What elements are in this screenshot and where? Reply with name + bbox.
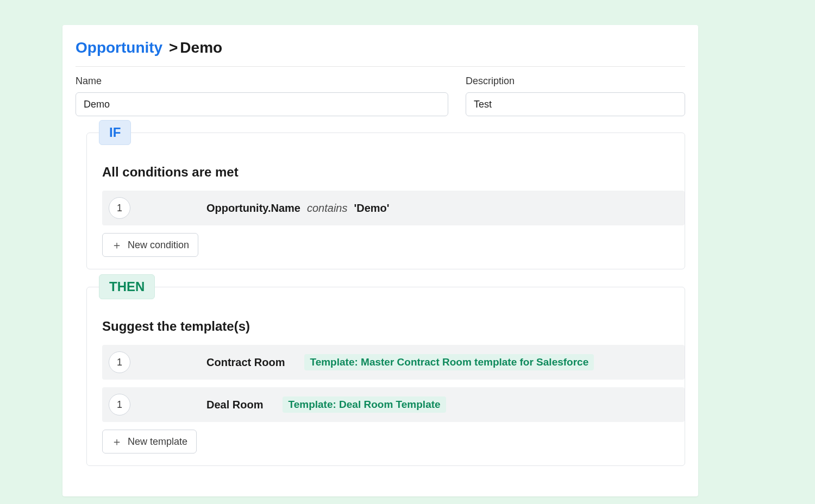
template-number: 1 [109, 351, 130, 373]
breadcrumb-parent-link[interactable]: Opportunity [76, 39, 162, 56]
template-type: Contract Room [206, 356, 285, 369]
template-row[interactable]: 1 Deal Room Template: Deal Room Template [102, 387, 685, 422]
condition-number: 1 [109, 197, 130, 219]
condition-field: Opportunity.Name [206, 202, 300, 215]
then-badge: THEN [99, 274, 155, 299]
condition-value: 'Demo' [354, 202, 389, 215]
if-title: All conditions are met [102, 165, 685, 180]
name-input[interactable] [76, 92, 448, 116]
condition-operator: contains [307, 202, 348, 215]
condition-row[interactable]: 1 Opportunity.Name contains 'Demo' [102, 191, 685, 225]
new-condition-label: New condition [128, 240, 189, 251]
template-number: 1 [109, 394, 130, 415]
then-title: Suggest the template(s) [102, 319, 685, 334]
template-type: Deal Room [206, 399, 263, 411]
rule-builder-card: Opportunity >Demo Name Description IF Al… [62, 25, 698, 496]
then-block: THEN Suggest the template(s) 1 Contract … [86, 287, 685, 466]
plus-icon: ＋ [111, 240, 122, 250]
breadcrumb-separator: > [169, 39, 178, 56]
if-block: IF All conditions are met 1 Opportunity.… [86, 133, 685, 269]
new-template-button[interactable]: ＋ New template [102, 430, 197, 453]
breadcrumb-current: Demo [180, 39, 222, 56]
new-template-label: New template [128, 436, 187, 448]
if-badge: IF [99, 120, 131, 145]
description-input[interactable] [466, 92, 685, 116]
template-chip: Template: Deal Room Template [283, 396, 446, 413]
name-label: Name [76, 75, 448, 87]
form-row: Name Description [76, 67, 685, 133]
template-row[interactable]: 1 Contract Room Template: Master Contrac… [102, 345, 685, 380]
plus-icon: ＋ [111, 436, 122, 447]
template-chip: Template: Master Contract Room template … [304, 354, 594, 370]
new-condition-button[interactable]: ＋ New condition [102, 233, 198, 257]
breadcrumb: Opportunity >Demo [76, 35, 685, 67]
description-label: Description [466, 75, 685, 87]
